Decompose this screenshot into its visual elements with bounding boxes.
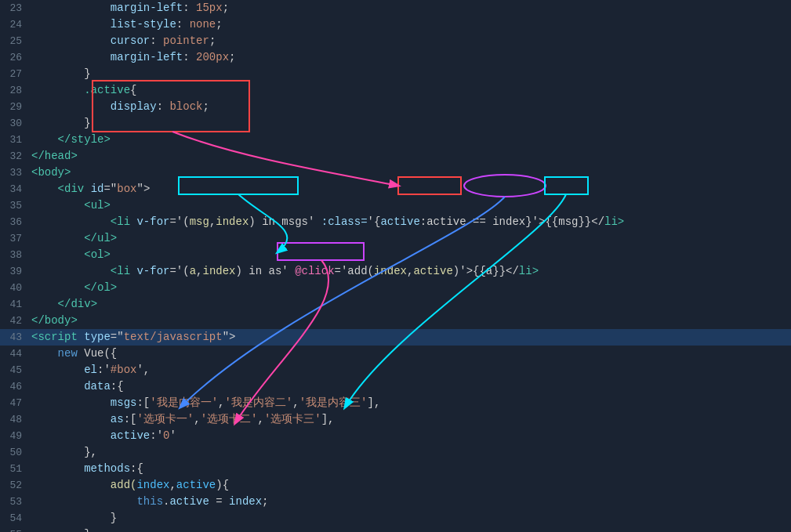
line-code: <script type="text/javascript"> — [31, 329, 791, 346]
line-number: 50 — [0, 444, 31, 461]
code-line: 50 }, — [0, 444, 791, 461]
code-line: 41 </div> — [0, 296, 791, 313]
code-line: 39 <li v-for='(a,index) in as' @click='a… — [0, 263, 791, 280]
code-line: 32</head> — [0, 148, 791, 165]
code-line: 42</body> — [0, 313, 791, 329]
code-line: 53 this.active = index; — [0, 494, 791, 510]
code-line: 40 </ol> — [0, 280, 791, 296]
line-number: 53 — [0, 494, 31, 510]
line-number: 44 — [0, 346, 31, 362]
line-number: 40 — [0, 280, 31, 296]
line-number: 49 — [0, 428, 31, 444]
line-code: msgs:['我是内容一','我是内容二','我是内容三'], — [31, 395, 791, 411]
line-number: 46 — [0, 378, 31, 395]
line-code: active:'0' — [31, 428, 791, 444]
code-line: 31 </style> — [0, 132, 791, 148]
line-code: <body> — [31, 165, 791, 181]
code-line: 34 <div id="box"> — [0, 181, 791, 197]
line-number: 55 — [0, 527, 31, 532]
line-code: } — [31, 527, 791, 532]
line-number: 35 — [0, 197, 31, 214]
code-line: 52 add(index,active){ — [0, 477, 791, 494]
line-code: this.active = index; — [31, 494, 791, 510]
line-number: 26 — [0, 49, 31, 66]
code-line: 44 new Vue({ — [0, 346, 791, 362]
code-line: 36 <li v-for='(msg,index) in msgs' :clas… — [0, 214, 791, 230]
code-line: 55 } — [0, 527, 791, 532]
line-number: 23 — [0, 0, 31, 16]
line-code: </style> — [31, 132, 791, 148]
line-number: 30 — [0, 115, 31, 132]
line-number: 32 — [0, 148, 31, 165]
code-line: 25 cursor: pointer; — [0, 33, 791, 49]
line-number: 45 — [0, 362, 31, 378]
line-number: 29 — [0, 99, 31, 115]
code-line: 28 .active{ — [0, 82, 791, 99]
line-code: margin-left: 200px; — [31, 49, 791, 66]
line-number: 37 — [0, 230, 31, 247]
line-number: 51 — [0, 461, 31, 477]
line-code: methods:{ — [31, 461, 791, 477]
line-code: } — [31, 510, 791, 527]
line-code: list-style: none; — [31, 16, 791, 33]
line-number: 25 — [0, 33, 31, 49]
line-code: <ol> — [31, 247, 791, 263]
line-code: } — [31, 115, 791, 132]
line-number: 43 — [0, 329, 31, 346]
line-code: </head> — [31, 148, 791, 165]
code-line: 47 msgs:['我是内容一','我是内容二','我是内容三'], — [0, 395, 791, 411]
line-code: } — [31, 66, 791, 82]
code-line: 33<body> — [0, 165, 791, 181]
code-line: 35 <ul> — [0, 197, 791, 214]
line-number: 27 — [0, 66, 31, 82]
line-number: 54 — [0, 510, 31, 527]
line-number: 41 — [0, 296, 31, 313]
line-code: <div id="box"> — [31, 181, 791, 197]
code-line: 38 <ol> — [0, 247, 791, 263]
code-line: 43<script type="text/javascript"> — [0, 329, 791, 346]
code-line: 27 } — [0, 66, 791, 82]
line-code: el:'#box', — [31, 362, 791, 378]
code-line: 54 } — [0, 510, 791, 527]
line-code: as:['选项卡一','选项卡二','选项卡三'], — [31, 411, 791, 428]
code-line: 48 as:['选项卡一','选项卡二','选项卡三'], — [0, 411, 791, 428]
code-line: 30 } — [0, 115, 791, 132]
line-number: 48 — [0, 411, 31, 428]
code-line: 45 el:'#box', — [0, 362, 791, 378]
line-code: </ul> — [31, 230, 791, 247]
line-code: <li v-for='(msg,index) in msgs' :class='… — [31, 214, 791, 230]
line-number: 47 — [0, 395, 31, 411]
code-line: 29 display: block; — [0, 99, 791, 115]
code-line: 24 list-style: none; — [0, 16, 791, 33]
line-number: 52 — [0, 477, 31, 494]
line-number: 31 — [0, 132, 31, 148]
code-line: 49 active:'0' — [0, 428, 791, 444]
line-code: display: block; — [31, 99, 791, 115]
code-line: 46 data:{ — [0, 378, 791, 395]
line-code: new Vue({ — [31, 346, 791, 362]
line-code: data:{ — [31, 378, 791, 395]
line-code: .active{ — [31, 82, 791, 99]
line-code: add(index,active){ — [31, 477, 791, 494]
line-code: </ol> — [31, 280, 791, 296]
line-number: 34 — [0, 181, 31, 197]
line-code: <ul> — [31, 197, 791, 214]
line-number: 38 — [0, 247, 31, 263]
code-line: 26 margin-left: 200px; — [0, 49, 791, 66]
line-code: </body> — [31, 313, 791, 329]
code-editor: 23 margin-left: 15px;24 list-style: none… — [0, 0, 791, 532]
line-code: </div> — [31, 296, 791, 313]
line-code: margin-left: 15px; — [31, 0, 791, 16]
line-code: <li v-for='(a,index) in as' @click='add(… — [31, 263, 791, 280]
line-number: 36 — [0, 214, 31, 230]
line-code: }, — [31, 444, 791, 461]
line-number: 39 — [0, 263, 31, 280]
code-line: 23 margin-left: 15px; — [0, 0, 791, 16]
line-code: cursor: pointer; — [31, 33, 791, 49]
code-line: 51 methods:{ — [0, 461, 791, 477]
line-number: 28 — [0, 82, 31, 99]
code-line: 37 </ul> — [0, 230, 791, 247]
line-number: 24 — [0, 16, 31, 33]
line-number: 42 — [0, 313, 31, 329]
line-number: 33 — [0, 165, 31, 181]
